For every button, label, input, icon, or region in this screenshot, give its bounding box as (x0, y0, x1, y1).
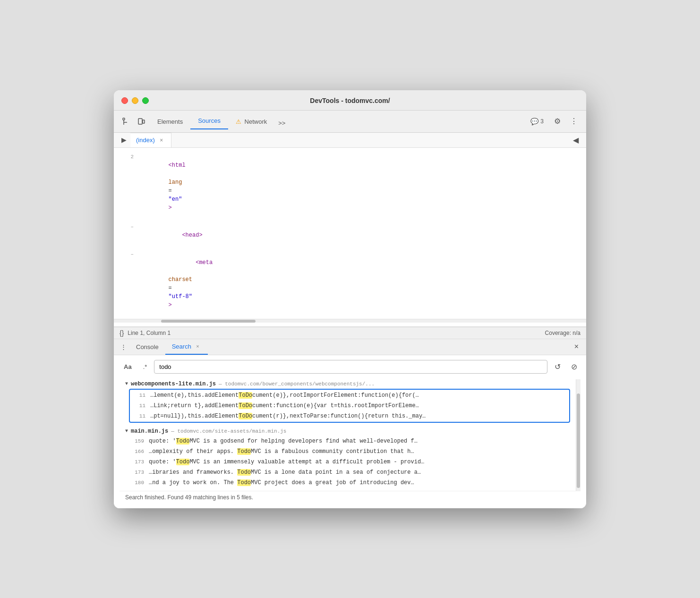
titlebar: DevTools - todomvc.com/ (114, 90, 586, 111)
results-container: ▼ webcomponents-lite.min.js — todomvc.co… (125, 379, 570, 488)
line-number: – (120, 250, 134, 258)
inspect-element-icon[interactable] (120, 115, 133, 128)
line-number: 11 (132, 402, 145, 410)
result-text: …omplexity of their apps. TodoMVC is a f… (149, 447, 414, 456)
close-button[interactable] (121, 97, 128, 104)
result-text: …lement(e),this.addElementToDocument(e)}… (150, 391, 419, 400)
code-content: <html lang = "en" > (141, 153, 186, 221)
horizontal-scrollbar-thumb[interactable] (161, 320, 256, 323)
regex-toggle[interactable]: .* (140, 360, 151, 373)
refresh-search-button[interactable]: ↺ (551, 360, 564, 374)
cursor-position: Line 1, Column 1 (128, 330, 171, 336)
panel-more-icon[interactable]: ⋮ (118, 340, 129, 354)
devtools-window: DevTools - todomvc.com/ Elements Sources (114, 90, 586, 508)
match-highlight: Todo (237, 448, 251, 455)
match-highlight: Todo (176, 438, 190, 444)
result-row[interactable]: 11 …Link;return t},addElementToDocument:… (130, 401, 569, 411)
code-line-2: – <head> (114, 222, 586, 249)
code-content: <meta charset = "utf-8" > (141, 250, 213, 318)
device-toolbar-icon[interactable] (135, 115, 148, 128)
result-file-webcomponents: ▼ webcomponents-lite.min.js — todomvc.co… (125, 379, 570, 423)
match-highlight: Todo (237, 469, 251, 476)
status-left: {} Line 1, Column 1 (120, 329, 171, 337)
file-tab-name: (index) (136, 137, 155, 144)
search-controls: Aa .* ↺ ⊘ (120, 360, 580, 374)
maximize-button[interactable] (142, 97, 149, 104)
search-tab-close-icon[interactable]: × (194, 343, 201, 350)
line-number: 11 (132, 412, 145, 420)
results-content: ▼ webcomponents-lite.min.js — todomvc.co… (120, 379, 576, 491)
line-number: 11 (132, 391, 145, 400)
status-bar: {} Line 1, Column 1 Coverage: n/a (114, 327, 586, 339)
more-menu-icon[interactable]: ⋮ (567, 115, 580, 128)
code-line-1: 2 <html lang = "en" > (114, 152, 586, 222)
result-text: …nd a joy to work on. The TodoMVC projec… (149, 478, 414, 487)
result-rows: 159 quote: 'TodoMVC is a godsend for hel… (129, 436, 570, 488)
sidebar-toggle-icon[interactable]: ▶ (118, 133, 130, 146)
panel-tabs-bar: ⋮ Console Search × × (114, 339, 586, 355)
issues-badge[interactable]: 💬 3 (527, 116, 547, 127)
line-number: 173 (131, 468, 144, 477)
network-warning-icon: ⚠ (236, 118, 241, 125)
main-toolbar: Elements Sources ⚠ Network >> 💬 3 ⚙ ⋮ (114, 111, 586, 133)
collapse-arrow-icon: ▼ (125, 428, 128, 434)
file-name: main.min.js (131, 428, 168, 435)
tab-search[interactable]: Search × (165, 339, 208, 355)
result-row[interactable]: 166 …omplexity of their apps. TodoMVC is… (129, 446, 570, 457)
svg-rect-0 (123, 118, 125, 120)
panel-close-button[interactable]: × (571, 340, 582, 354)
settings-icon[interactable]: ⚙ (551, 115, 563, 128)
case-sensitive-toggle[interactable]: Aa (120, 360, 136, 373)
highlighted-group: 11 …lement(e),this.addElementToDocument(… (129, 389, 570, 423)
line-number: – (120, 222, 134, 231)
tab-console[interactable]: Console (129, 340, 165, 354)
result-row[interactable]: 173 …ibraries and frameworks. TodoMVC is… (129, 467, 570, 478)
result-row[interactable]: 173 quote: 'TodoMVC is an immensely valu… (129, 457, 570, 467)
result-row[interactable]: 11 …lement(e),this.addElementToDocument(… (130, 390, 569, 401)
vertical-scrollbar-thumb[interactable] (577, 393, 580, 488)
file-tab-close-icon[interactable]: × (158, 137, 165, 144)
line-number: 173 (131, 458, 144, 466)
file-tab-index[interactable]: (index) × (130, 133, 171, 147)
tab-sources[interactable]: Sources (190, 113, 228, 129)
code-viewer: 2 <html lang = "en" > – <head> – <meta (114, 148, 586, 327)
result-text: …Link;return t},addElementToDocument:fun… (150, 402, 419, 410)
file-name: webcomponents-lite.min.js (131, 381, 216, 387)
horizontal-scrollbar[interactable] (114, 319, 586, 323)
svg-rect-3 (138, 119, 142, 124)
code-line-3: – <meta charset = "utf-8" > (114, 249, 586, 319)
result-file-header[interactable]: ▼ main.min.js — todomvc.com/site-assets/… (125, 427, 570, 436)
file-path: — todomvc.com/site-assets/main.min.js (171, 428, 286, 434)
result-file-main: ▼ main.min.js — todomvc.com/site-assets/… (125, 427, 570, 488)
tab-network[interactable]: ⚠ Network (228, 114, 274, 129)
minimize-button[interactable] (132, 97, 138, 104)
result-text: …pt=null}),this.addElementToDocument(r)}… (150, 412, 426, 420)
match-highlight: Todo (237, 479, 251, 486)
source-panel-toggle[interactable]: ◀ (569, 133, 582, 147)
line-number: 159 (131, 437, 144, 445)
match-highlight: ToDo (239, 392, 252, 399)
warning-badge-icon: 💬 (530, 118, 538, 125)
results-scroll-area: ▼ webcomponents-lite.min.js — todomvc.co… (120, 379, 580, 491)
window-title: DevTools - todomvc.com/ (310, 97, 390, 104)
tab-more-button[interactable]: >> (274, 117, 289, 129)
vertical-scrollbar[interactable] (576, 379, 580, 491)
result-file-header[interactable]: ▼ webcomponents-lite.min.js — todomvc.co… (125, 379, 570, 389)
clear-search-button[interactable]: ⊘ (568, 360, 580, 374)
tab-elements[interactable]: Elements (150, 114, 190, 129)
toolbar-right: 💬 3 ⚙ ⋮ (527, 115, 580, 128)
svg-rect-4 (143, 120, 145, 123)
match-highlight: ToDo (239, 413, 252, 419)
result-row[interactable]: 180 …nd a joy to work on. The TodoMVC pr… (129, 478, 570, 488)
result-row[interactable]: 11 …pt=null}),this.addElementToDocument(… (130, 411, 569, 421)
search-input[interactable] (154, 360, 547, 374)
traffic-lights (121, 97, 149, 104)
collapse-arrow-icon: ▼ (125, 381, 128, 386)
search-status-footer: Search finished. Found 49 matching lines… (120, 491, 580, 504)
line-number: 166 (131, 447, 144, 456)
result-rows: 11 …lement(e),this.addElementToDocument(… (129, 389, 570, 423)
match-highlight: Todo (176, 459, 190, 465)
format-icon[interactable]: {} (120, 329, 124, 337)
result-row[interactable]: 159 quote: 'TodoMVC is a godsend for hel… (129, 436, 570, 446)
line-number: 180 (131, 478, 144, 487)
